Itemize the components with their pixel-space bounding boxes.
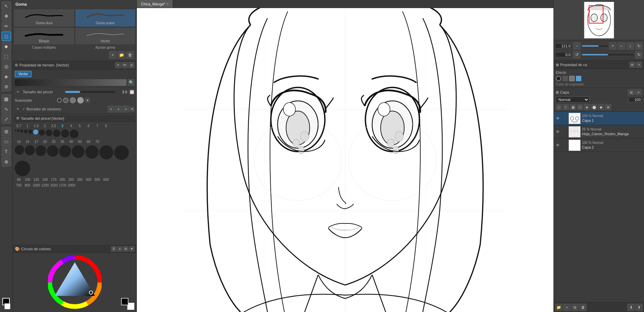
blend-icon-7[interactable]: ◆	[598, 104, 604, 110]
nav-flip-v-btn[interactable]: ↕	[627, 42, 634, 50]
size-dot-17[interactable]	[72, 145, 85, 158]
background-color-swatch[interactable]	[4, 303, 10, 309]
size-num-600[interactable]: 600	[102, 177, 110, 182]
size-num-1200[interactable]: 1200	[41, 183, 49, 188]
tool-gradient[interactable]: ▦	[2, 94, 11, 104]
nav-flip-h-btn[interactable]: ↔	[618, 42, 625, 50]
layer-eye-hoja[interactable]: 👁	[555, 129, 560, 135]
size-num-100[interactable]: 100	[23, 177, 32, 182]
size-dot-19[interactable]	[99, 145, 113, 159]
tool-cursor[interactable]: ↖	[2, 1, 11, 11]
corr-dropdown[interactable]: ▼	[130, 107, 135, 111]
tool-fill[interactable]: ◆	[2, 42, 11, 51]
tool-props-menu-btn[interactable]: ≡	[128, 62, 135, 68]
size-dot-4[interactable]	[24, 129, 28, 133]
size-num-700[interactable]: 700	[15, 183, 23, 188]
size-num-5[interactable]: 5	[76, 124, 84, 128]
nav-zoom-in-btn[interactable]: +	[609, 42, 616, 50]
canvas-content[interactable]	[137, 8, 553, 312]
eraser-bloque[interactable]: Bloque	[14, 28, 74, 44]
size-num-1500[interactable]: 1500	[50, 183, 58, 188]
canvas-tab-chica-manga[interactable]: Chica_Manga* ×	[137, 0, 173, 8]
color-settings-btn[interactable]: ⚙	[123, 246, 128, 252]
blend-btn2[interactable]: ≡	[635, 89, 642, 95]
color-menu-btn[interactable]: ▼	[129, 246, 135, 252]
size-num-120[interactable]: 120	[32, 177, 40, 182]
size-num-80[interactable]: 80	[15, 177, 23, 182]
eraser-vector[interactable]: Vector	[75, 28, 136, 44]
brush-size-icon[interactable]: +	[15, 89, 21, 95]
size-num-170[interactable]: 170	[50, 177, 58, 182]
size-num-4[interactable]: 4	[67, 124, 75, 128]
layer-item-hoja[interactable]: 👁 25 % Normal Hoja_Canon_Rostro_Manga	[554, 125, 644, 139]
nav-zoom-out-btn[interactable]: −	[573, 42, 581, 50]
tool-props-add-btn[interactable]: +	[115, 62, 121, 68]
size-num-1700[interactable]: 1700	[59, 183, 67, 188]
size-num-0.7[interactable]: 0.7	[15, 124, 23, 128]
canvas-tab-close[interactable]: ×	[166, 2, 169, 6]
blend-icon-5[interactable]: ◈	[584, 104, 590, 110]
size-num-6[interactable]: 6	[85, 124, 93, 128]
size-num-1[interactable]: 1	[23, 124, 32, 128]
smooth-dot-4[interactable]	[77, 97, 84, 104]
smooth-dot-1[interactable]	[57, 98, 62, 103]
layer-lock-capa1[interactable]	[562, 116, 567, 121]
panel-folder-btn[interactable]: 📁	[118, 51, 125, 59]
color-expand-btn[interactable]: ≡	[117, 246, 122, 252]
nav-rotation-input[interactable]: 0.0	[555, 52, 572, 57]
layer-flatten-btn[interactable]: ⬆	[635, 304, 643, 311]
size-dot-21[interactable]	[15, 161, 30, 176]
layer-item-capa2[interactable]: 👁 100 % Normal Capa 2	[554, 139, 644, 152]
layer-new-folder-btn[interactable]: 📁	[555, 304, 562, 311]
size-dot-15[interactable]	[47, 145, 58, 157]
layer-lock-hoja[interactable]	[562, 129, 567, 135]
corr-btn-3[interactable]: +	[122, 106, 129, 112]
size-dot-13[interactable]	[25, 145, 35, 155]
fg-swatch-main[interactable]	[121, 298, 128, 305]
eraser-goma-dura[interactable]: Goma dura	[14, 9, 74, 27]
brush-size-slider[interactable]	[65, 91, 115, 93]
tool-eraser[interactable]: ◻	[2, 32, 11, 41]
size-dot-8[interactable]	[46, 129, 52, 136]
panel-add-btn[interactable]: +	[109, 51, 116, 59]
size-dot-7[interactable]	[39, 129, 45, 136]
sub-tab-vector[interactable]: Vector	[15, 71, 32, 77]
size-num-60[interactable]: 60	[85, 140, 93, 144]
size-num-30[interactable]: 30	[58, 140, 66, 144]
tool-transform[interactable]: ⤢	[2, 114, 11, 124]
size-dot-5[interactable]	[28, 129, 33, 134]
size-num-2000[interactable]: 2000	[67, 183, 75, 188]
effect-square-1[interactable]	[562, 76, 568, 81]
smooth-dropdown[interactable]: ▼	[85, 98, 90, 103]
blend-icon-4[interactable]: ⬡	[577, 104, 583, 110]
panel-delete-btn[interactable]: 🗑	[126, 51, 134, 59]
effect-square-3[interactable]	[576, 76, 581, 81]
eraser-capas-multiples[interactable]: Capas múltiples	[14, 46, 74, 49]
blend-btn1[interactable]: ⊞	[628, 89, 635, 95]
size-dot-16[interactable]	[59, 145, 71, 157]
smooth-dot-2[interactable]	[63, 98, 68, 103]
layer-eye-capa1[interactable]: 👁	[555, 116, 560, 121]
tool-select-obj[interactable]: ◈	[2, 72, 11, 81]
size-num-2[interactable]: 2	[41, 124, 49, 128]
size-num-2.5[interactable]: 2.5	[50, 124, 58, 128]
tool-balloon[interactable]: ⬭	[2, 137, 11, 146]
size-num-140[interactable]: 140	[41, 177, 49, 182]
size-dot-18[interactable]	[85, 145, 99, 159]
color-wheel-svg[interactable]	[48, 256, 102, 309]
size-num-300[interactable]: 300	[76, 177, 84, 182]
size-num-800[interactable]: 800	[23, 183, 32, 188]
size-dot-9[interactable]	[53, 129, 60, 137]
layer-lock-capa2[interactable]	[562, 143, 567, 148]
size-num-3[interactable]: 3	[58, 124, 66, 128]
blend-icon-3[interactable]: ▦	[570, 104, 576, 110]
tool-text[interactable]: T	[2, 147, 11, 156]
blend-icon-1[interactable]: ◻	[556, 104, 562, 110]
layer-copy-btn[interactable]: ⧉	[571, 304, 579, 311]
tool-select-rect[interactable]: ⬚	[2, 52, 11, 61]
tool-move[interactable]: ✥	[2, 11, 11, 21]
tool-props-header[interactable]: ⚙ Propiedad de herram. [Vector] + ✏ ≡	[13, 61, 137, 69]
tool-curve[interactable]: ∿	[2, 104, 11, 114]
size-dot-12[interactable]	[15, 145, 24, 155]
layer-item-capa1[interactable]: 👁 100 % Normal Capa 1	[554, 112, 644, 125]
